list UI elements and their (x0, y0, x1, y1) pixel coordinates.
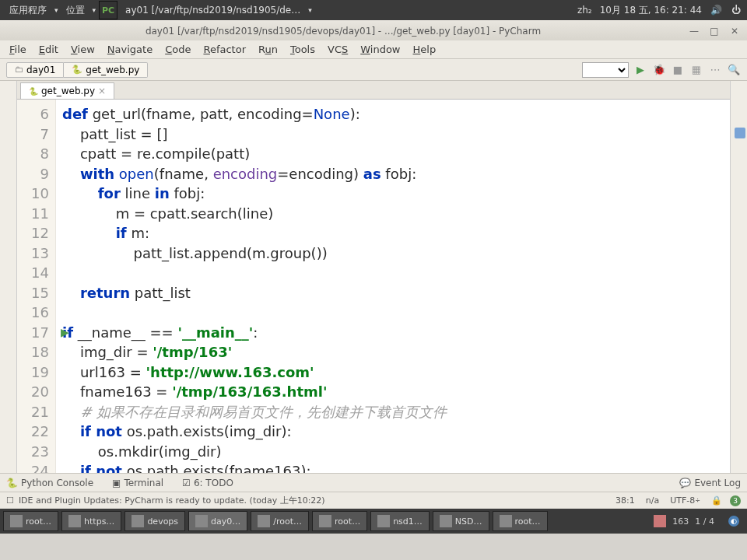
taskbar-item[interactable]: root… (3, 511, 58, 531)
menu-view[interactable]: View (65, 44, 101, 55)
status-message[interactable]: IDE and Plugin Updates: PyCharm is ready… (19, 495, 325, 506)
close-tab-icon[interactable]: × (98, 86, 106, 96)
error-stripe-mark[interactable] (735, 128, 745, 138)
taskbar-item[interactable]: devops (124, 511, 185, 531)
desktop-taskbar: root…https…devopsday0…/root…root…nsd1…NS… (0, 509, 747, 534)
event-log-label: Event Log (694, 478, 741, 488)
menu-code[interactable]: Code (159, 44, 197, 55)
close-button[interactable]: ✕ (728, 25, 741, 37)
navigation-bar: 🗀 day01 🐍 get_web.py ▶ 🐞 ■ ▦ ⋯ 🔍 (0, 59, 747, 81)
code-line[interactable]: img_dir = '/tmp/163' (62, 342, 730, 362)
todo-tab[interactable]: ☑ 6: TODO (182, 478, 233, 488)
workspace-switcher[interactable]: 1 / 4 (695, 516, 714, 527)
run-icon[interactable]: ▶ (633, 63, 647, 77)
volume-icon[interactable]: 🔊 (710, 4, 722, 16)
code-content[interactable]: def get_url(fname, patt, encoding=None):… (56, 100, 730, 473)
menu-file[interactable]: File (3, 44, 33, 55)
code-line[interactable] (62, 263, 730, 283)
status-icon[interactable]: ☐ (6, 495, 14, 506)
code-editor[interactable]: 6789101112131415161718192021222324 ▶ def… (17, 100, 730, 473)
pycharm-taskbar-icon[interactable]: PC (99, 1, 117, 19)
taskbar-item[interactable]: NSD… (433, 511, 489, 531)
breadcrumb: 🗀 day01 🐍 get_web.py (6, 62, 148, 78)
code-line[interactable]: fname163 = '/tmp/163/163.html' (62, 382, 730, 402)
code-line[interactable]: if __name__ == '__main__': (62, 323, 730, 343)
tray-label[interactable]: 163 (672, 516, 689, 527)
minimize-button[interactable]: — (688, 25, 700, 37)
line-number: 14 (17, 263, 49, 283)
event-log-tab[interactable]: 💬 Event Log (679, 478, 741, 488)
insert-mode-indicator[interactable]: n/a (646, 495, 659, 506)
notifications-badge[interactable]: 3 (730, 495, 741, 506)
taskbar-item[interactable]: root… (493, 511, 548, 531)
taskbar-item-label: NSD… (455, 516, 482, 527)
run-config-select[interactable] (582, 62, 629, 78)
code-line[interactable]: if not os.path.exists(img_dir): (62, 422, 730, 442)
code-line[interactable]: for line in fobj: (62, 184, 730, 204)
code-line[interactable] (62, 303, 730, 323)
code-line[interactable]: return patt_list (62, 283, 730, 303)
line-column-indicator[interactable]: 38:1 (615, 495, 635, 506)
power-icon[interactable]: ⏻ (730, 4, 742, 16)
menu-bar: File Edit View Navigate Code Refactor Ru… (0, 40, 747, 59)
breadcrumb-file[interactable]: 🐍 get_web.py (64, 62, 148, 78)
code-line[interactable]: if not os.path.exists(fname163): (62, 461, 730, 473)
lock-icon[interactable]: 🔒 (711, 495, 722, 506)
code-line[interactable]: if m: (62, 223, 730, 243)
taskbar-item[interactable]: root… (312, 511, 367, 531)
line-number: 16 (17, 303, 49, 323)
code-line[interactable]: url163 = 'http://www.163.com' (62, 362, 730, 383)
taskbar-item-label: root… (515, 516, 541, 527)
input-method-indicator[interactable]: zh₂ (577, 5, 592, 16)
places-menu[interactable]: 位置 (61, 4, 89, 17)
taskbar-item[interactable]: https… (61, 511, 121, 531)
code-line[interactable]: os.mkdir(img_dir) (62, 442, 730, 462)
taskbar-item[interactable]: /root… (251, 511, 309, 531)
tray-icon[interactable] (654, 515, 666, 527)
menu-navigate[interactable]: Navigate (101, 44, 159, 55)
taskbar-item[interactable]: day0… (188, 511, 247, 531)
debug-icon[interactable]: 🐞 (652, 63, 666, 77)
right-tool-stripe[interactable] (730, 81, 747, 473)
menu-vcs[interactable]: VCS (321, 44, 354, 55)
menu-refactor[interactable]: Refactor (197, 44, 252, 55)
menu-tools[interactable]: Tools (284, 44, 321, 55)
menu-run[interactable]: Run (252, 44, 284, 55)
menu-help[interactable]: Help (407, 44, 443, 55)
code-line[interactable]: def get_url(fname, patt, encoding=None): (62, 104, 730, 124)
python-console-tab[interactable]: 🐍 Python Console (6, 478, 93, 488)
code-line[interactable]: # 如果不存在目录和网易首页文件，先创建并下载首页文件 (62, 402, 730, 422)
applications-menu[interactable]: 应用程序 (5, 4, 51, 17)
terminal-tab[interactable]: ▣ Terminal (112, 478, 163, 488)
code-line[interactable]: m = cpatt.search(line) (62, 204, 730, 224)
stop-icon[interactable]: ■ (671, 63, 685, 77)
datetime-indicator[interactable]: 10月 18 五, 16: 21: 44 (600, 4, 702, 17)
layout-icon[interactable]: ▦ (689, 63, 703, 77)
encoding-indicator[interactable]: UTF-8 (670, 495, 695, 506)
left-tool-stripe[interactable] (0, 81, 17, 473)
terminal-icon: ▣ (112, 478, 121, 488)
taskbar-app-icon (500, 515, 512, 527)
breadcrumb-folder[interactable]: 🗀 day01 (6, 62, 64, 78)
taskbar-app-icon (10, 515, 23, 527)
taskbar-app-icon (319, 515, 331, 527)
python-console-label: Python Console (21, 478, 93, 488)
menu-edit[interactable]: Edit (33, 44, 65, 55)
code-line[interactable]: patt_list.append(m.group()) (62, 243, 730, 264)
code-line[interactable]: cpatt = re.compile(patt) (62, 144, 730, 164)
editor-frame: 🐍 get_web.py × 6789101112131415161718192… (0, 81, 747, 473)
python-icon: 🐍 (6, 478, 18, 488)
code-line[interactable]: patt_list = [] (62, 124, 730, 145)
taskbar-app-icon (440, 515, 452, 527)
taskbar-item[interactable]: nsd1… (370, 511, 430, 531)
menu-window[interactable]: Window (354, 44, 406, 55)
maximize-button[interactable]: □ (708, 25, 721, 37)
search-icon[interactable]: 🔍 (727, 63, 741, 77)
taskbar-app-icon (132, 515, 144, 527)
editor-tab[interactable]: 🐍 get_web.py × (20, 82, 114, 99)
terminal-label: Terminal (124, 478, 163, 488)
taskbar-item-label: root… (335, 516, 360, 527)
tray-badge[interactable]: ◐ (728, 516, 739, 527)
code-line[interactable]: with open(fname, encoding=encoding) as f… (62, 164, 730, 184)
more-icon[interactable]: ⋯ (708, 63, 722, 77)
